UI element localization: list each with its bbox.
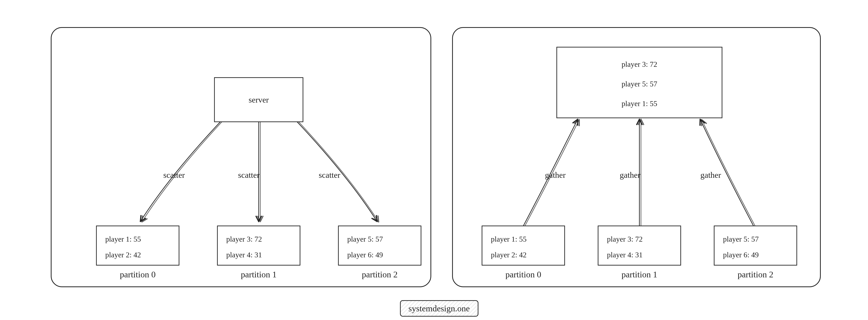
scatter-panel: server scatter scatter scatter player 1:… bbox=[51, 28, 431, 287]
rp1-l0: player 3: 72 bbox=[607, 235, 643, 243]
gather-label-0: gather bbox=[545, 171, 566, 180]
r1: player 5: 57 bbox=[621, 80, 657, 88]
r-partition-box-2 bbox=[714, 226, 797, 265]
rp2-cap: partition 2 bbox=[738, 270, 773, 279]
gather-label-2: gather bbox=[701, 171, 721, 180]
rp2-l0: player 5: 57 bbox=[723, 235, 759, 243]
server-label: server bbox=[249, 95, 269, 104]
r-partition-box-1 bbox=[598, 226, 681, 265]
partition-box-1 bbox=[217, 226, 300, 265]
r2: player 1: 55 bbox=[621, 99, 657, 108]
rp1-cap: partition 1 bbox=[621, 270, 657, 279]
p0-l1: player 2: 42 bbox=[105, 251, 141, 259]
gather-label-1: gather bbox=[620, 171, 640, 180]
watermark-box: systemdesign.one bbox=[400, 300, 478, 316]
p0-l0: player 1: 55 bbox=[105, 235, 141, 243]
partition-box-0 bbox=[96, 226, 179, 265]
p1-cap: partition 1 bbox=[241, 270, 277, 279]
partition-box-2 bbox=[338, 226, 421, 265]
p1-l0: player 3: 72 bbox=[226, 235, 262, 243]
rp0-l1: player 2: 42 bbox=[491, 251, 527, 259]
scatter-label-1: scatter bbox=[238, 171, 260, 180]
p0-cap: partition 0 bbox=[120, 270, 156, 279]
rp0-cap: partition 0 bbox=[505, 270, 541, 279]
watermark-text: systemdesign.one bbox=[408, 304, 470, 313]
r0: player 3: 72 bbox=[621, 60, 657, 68]
p1-l1: player 4: 31 bbox=[226, 251, 262, 259]
gather-panel: player 3: 72 player 5: 57 player 1: 55 g… bbox=[453, 28, 820, 287]
p2-l1: player 6: 49 bbox=[347, 251, 383, 259]
rp2-l1: player 6: 49 bbox=[723, 251, 759, 259]
rp1-l1: player 4: 31 bbox=[607, 251, 643, 259]
r-partition-box-0 bbox=[482, 226, 565, 265]
p2-l0: player 5: 57 bbox=[347, 235, 383, 243]
rp0-l0: player 1: 55 bbox=[491, 235, 527, 243]
p2-cap: partition 2 bbox=[362, 270, 398, 279]
scatter-label-2: scatter bbox=[319, 171, 340, 180]
diagram-root: server scatter scatter scatter player 1:… bbox=[0, 0, 868, 320]
scatter-label-0: scatter bbox=[163, 171, 185, 180]
